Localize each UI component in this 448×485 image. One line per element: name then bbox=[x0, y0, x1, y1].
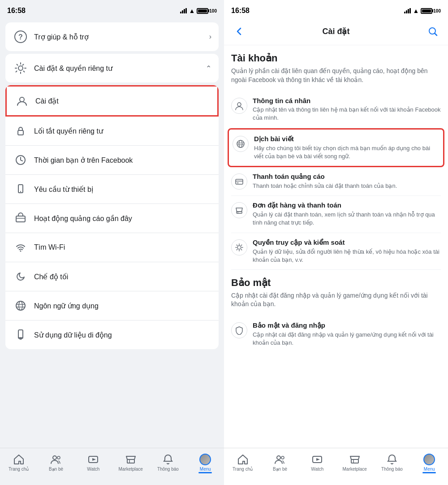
left-tab-bell-label: Thông báo bbox=[157, 467, 179, 472]
ngon-ngu-item[interactable]: Ngôn ngữ ứng dụng bbox=[5, 291, 219, 320]
right-wifi-icon: ▲ bbox=[413, 7, 419, 14]
svg-point-20 bbox=[57, 456, 60, 459]
don-dat-hang-item[interactable]: Đơn đặt hàng và thanh toán Quản lý cài đ… bbox=[231, 196, 441, 233]
settings-privacy-label: Cài đặt & quyền riêng tư bbox=[34, 64, 112, 73]
don-dat-hang-text: Đơn đặt hàng và thanh toán Quản lý cài đ… bbox=[253, 201, 441, 227]
bao-mat-desc: Cập nhật cài đặt đăng nhập và quản lý ga… bbox=[231, 291, 441, 309]
right-tab-menu[interactable]: Menu bbox=[411, 452, 448, 473]
svg-rect-34 bbox=[237, 212, 242, 213]
right-tab-home[interactable]: Trang chủ bbox=[224, 452, 261, 473]
battery-label: 100 bbox=[209, 9, 217, 13]
tim-wifi-item[interactable]: Tìm Wi-Fi bbox=[5, 233, 219, 262]
svg-marker-22 bbox=[92, 458, 96, 461]
svg-point-12 bbox=[16, 301, 25, 310]
left-tab-friends-label: Bạn bè bbox=[49, 467, 63, 472]
left-time: 16:58 bbox=[7, 7, 26, 15]
quyen-truy-cap-desc: Quản lý dữ liệu, sửa đổi người liên hệ t… bbox=[253, 248, 441, 264]
left-tab-watch[interactable]: Watch bbox=[75, 452, 112, 473]
dich-bai-viet-text: Dịch bài viết Hãy cho chúng tôi biết tùy… bbox=[254, 135, 439, 160]
svg-rect-31 bbox=[236, 179, 243, 184]
loi-tat-label: Lối tắt quyền riêng tư bbox=[34, 127, 103, 135]
svg-point-11 bbox=[20, 251, 22, 252]
thanh-toan-qc-title: Thanh toán quảng cáo bbox=[253, 173, 441, 181]
right-tab-marketplace[interactable]: Marketplace bbox=[336, 452, 373, 473]
left-tab-active-bar bbox=[198, 472, 212, 473]
settings-privacy-item[interactable]: Cài đặt & quyền riêng tư ⌃ bbox=[5, 54, 219, 82]
friends-icon bbox=[50, 454, 62, 465]
left-tab-home[interactable]: Trang chủ bbox=[0, 452, 37, 473]
ngon-ngu-icon bbox=[13, 298, 29, 314]
left-tab-marketplace[interactable]: Marketplace bbox=[112, 452, 149, 473]
right-tab-friends[interactable]: Bạn bè bbox=[261, 452, 298, 473]
right-tab-home-label: Trang chủ bbox=[233, 467, 253, 472]
che-do-toi-label: Chế độ tối bbox=[34, 273, 68, 281]
left-tab-bar: Trang chủ Bạn bè Watch bbox=[0, 448, 224, 485]
thanh-toan-qc-item[interactable]: Thanh toán quảng cáo Thanh toán hoặc chỉ… bbox=[231, 167, 441, 196]
thoi-gian-icon bbox=[13, 152, 29, 168]
dich-bai-viet-item[interactable]: Dịch bài viết Hãy cho chúng tôi biết tùy… bbox=[228, 128, 444, 167]
right-status-icons: ▲ 100 bbox=[404, 7, 441, 14]
hoat-dong-item[interactable]: Hoạt động quảng cáo gần đây bbox=[5, 204, 219, 233]
left-tab-menu[interactable]: Menu bbox=[187, 452, 224, 473]
right-tab-bell[interactable]: Thông báo bbox=[373, 452, 410, 473]
svg-rect-4 bbox=[18, 130, 23, 135]
help-chevron: › bbox=[209, 33, 211, 41]
dich-bai-viet-desc: Hãy cho chúng tôi biết tùy chọn dịch mà … bbox=[254, 144, 439, 160]
watch-icon bbox=[87, 454, 99, 465]
left-status-icons: ▲ 100 bbox=[180, 7, 217, 14]
signal-icon bbox=[180, 8, 187, 13]
bao-mat-dang-nhap-text: Bảo mật và đăng nhập Cập nhật cài đặt đă… bbox=[253, 321, 441, 347]
su-dung-item[interactable]: Sử dụng dữ liệu di động bbox=[5, 320, 219, 349]
right-tab-watch[interactable]: Watch bbox=[299, 452, 336, 473]
right-tab-watch-label: Watch bbox=[311, 467, 323, 472]
svg-text:?: ? bbox=[18, 33, 23, 41]
dich-bai-viet-title: Dịch bài viết bbox=[254, 135, 439, 143]
bao-mat-dang-nhap-icon bbox=[231, 322, 247, 338]
svg-point-8 bbox=[20, 191, 21, 192]
sub-items-group: Cài đặt Lối tắt quyền riêng tư bbox=[5, 85, 219, 349]
left-panel-content: ? Trợ giúp & hỗ trợ › Cài đặt & quyền ri… bbox=[0, 20, 224, 448]
left-tab-avatar bbox=[199, 454, 211, 465]
thong-tin-desc: Cập nhật tên và thông tin liên hệ mà bạn… bbox=[253, 106, 441, 122]
thong-tin-icon bbox=[231, 98, 247, 114]
left-tab-friends[interactable]: Bạn bè bbox=[37, 452, 74, 473]
thoi-gian-item[interactable]: Thời gian bạn ở trên Facebook bbox=[5, 146, 219, 175]
thong-tin-ca-nhan-item[interactable]: Thông tin cá nhân Cập nhật tên và thông … bbox=[231, 91, 441, 128]
bao-mat-dang-nhap-title: Bảo mật và đăng nhập bbox=[253, 321, 441, 329]
help-section-item[interactable]: ? Trợ giúp & hỗ trợ › bbox=[5, 22, 219, 51]
svg-point-28 bbox=[239, 140, 242, 147]
yeu-cau-item[interactable]: Yêu cầu từ thiết bị bbox=[5, 175, 219, 204]
svg-point-26 bbox=[237, 103, 241, 106]
left-tab-bell[interactable]: Thông báo bbox=[149, 452, 186, 473]
don-dat-hang-title: Đơn đặt hàng và thanh toán bbox=[253, 201, 441, 209]
svg-point-2 bbox=[18, 66, 23, 70]
battery-icon bbox=[197, 8, 208, 14]
svg-rect-23 bbox=[127, 459, 134, 463]
right-battery-label: 100 bbox=[433, 9, 441, 13]
right-header: Cài đặt bbox=[224, 20, 448, 45]
help-icon: ? bbox=[13, 29, 29, 45]
thanh-toan-qc-icon bbox=[231, 173, 247, 190]
svg-point-3 bbox=[20, 97, 24, 102]
right-tab-avatar bbox=[423, 454, 435, 465]
hoat-dong-icon bbox=[13, 210, 29, 226]
bao-mat-dang-nhap-item[interactable]: Bảo mật và đăng nhập Cập nhật cài đặt đă… bbox=[231, 316, 441, 352]
right-tab-marketplace-label: Marketplace bbox=[342, 467, 366, 472]
help-label: Trợ giúp & hỗ trợ bbox=[34, 33, 89, 41]
battery-container: 100 bbox=[197, 8, 217, 14]
search-button[interactable] bbox=[425, 23, 441, 39]
thong-tin-title: Thông tin cá nhân bbox=[253, 97, 441, 104]
che-do-toi-item[interactable]: Chế độ tối bbox=[5, 262, 219, 291]
left-tab-marketplace-label: Marketplace bbox=[118, 467, 142, 472]
settings-chevron: ⌃ bbox=[206, 64, 211, 73]
svg-point-13 bbox=[19, 301, 22, 310]
su-dung-icon bbox=[13, 327, 29, 343]
loi-tat-item[interactable]: Lối tắt quyền riêng tư bbox=[5, 117, 219, 146]
back-button[interactable] bbox=[231, 23, 247, 39]
left-tab-home-label: Trang chủ bbox=[9, 467, 29, 472]
cai-dat-item[interactable]: Cài đặt bbox=[5, 85, 219, 117]
quyen-truy-cap-item[interactable]: Quyền truy cập và kiểm soát Quản lý dữ l… bbox=[231, 233, 441, 270]
thanh-toan-qc-desc: Thanh toán hoặc chỉnh sửa cài đặt thanh … bbox=[253, 182, 441, 190]
wifi-icon: ▲ bbox=[189, 7, 195, 14]
marketplace-icon bbox=[125, 454, 137, 465]
